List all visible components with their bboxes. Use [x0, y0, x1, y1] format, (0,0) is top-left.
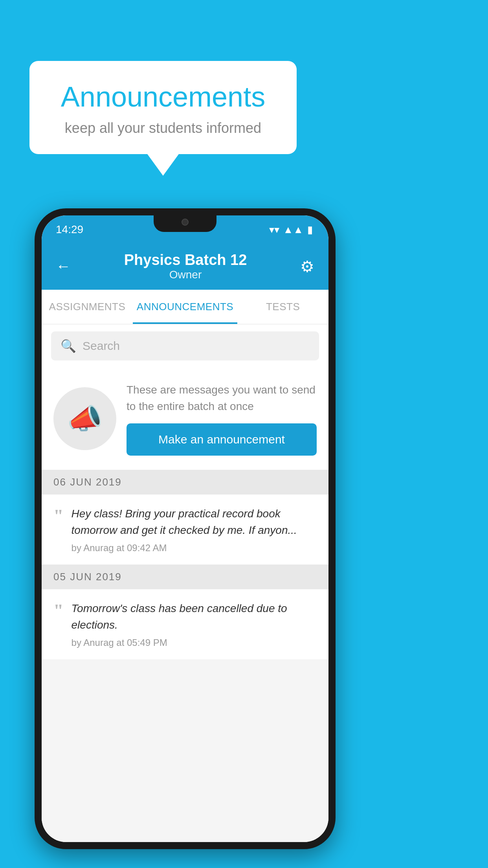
announcement-item-1[interactable]: " Hey class! Bring your practical record…	[42, 495, 328, 565]
search-container: 🔍 Search	[42, 324, 328, 368]
header-title: Physics Batch 12	[124, 252, 247, 268]
announcement-text-2: Tomorrow's class has been cancelled due …	[72, 600, 317, 633]
search-icon: 🔍	[61, 338, 76, 353]
phone-screen: 14:29 ▾▾ ▲▲ ▮ ← Physics Batch 12 Owner ⚙…	[42, 215, 328, 842]
phone-container: 14:29 ▾▾ ▲▲ ▮ ← Physics Batch 12 Owner ⚙…	[35, 208, 336, 849]
announcement-description: These are messages you want to send to t…	[127, 382, 317, 415]
speech-bubble-container: Announcements keep all your students inf…	[29, 61, 297, 176]
content-area: 🔍 Search 📣 These are messages you want t…	[42, 324, 328, 842]
speech-bubble-title: Announcements	[45, 81, 281, 113]
phone-frame: 14:29 ▾▾ ▲▲ ▮ ← Physics Batch 12 Owner ⚙…	[35, 208, 336, 849]
speech-bubble-arrow	[147, 154, 179, 176]
status-icons: ▾▾ ▲▲ ▮	[269, 224, 313, 236]
speech-bubble-subtitle: keep all your students informed	[45, 120, 281, 136]
announcement-content-1: Hey class! Bring your practical record b…	[72, 506, 317, 554]
search-placeholder: Search	[83, 339, 120, 353]
tabs-bar: ASSIGNMENTS ANNOUNCEMENTS TESTS	[42, 290, 328, 324]
announcement-prompt: 📣 These are messages you want to send to…	[42, 368, 328, 470]
camera-icon	[182, 219, 189, 226]
battery-icon: ▮	[307, 224, 313, 236]
megaphone-circle: 📣	[53, 387, 116, 450]
announcement-meta-2: by Anurag at 05:49 PM	[72, 637, 317, 648]
quote-icon-2: "	[53, 602, 64, 620]
tab-announcements[interactable]: ANNOUNCEMENTS	[133, 290, 237, 324]
announcement-meta-1: by Anurag at 09:42 AM	[72, 542, 317, 554]
gear-icon[interactable]: ⚙	[300, 257, 314, 276]
make-announcement-button[interactable]: Make an announcement	[127, 423, 317, 456]
megaphone-icon: 📣	[67, 402, 103, 436]
signal-icon: ▲▲	[283, 224, 303, 236]
announcement-item-2[interactable]: " Tomorrow's class has been cancelled du…	[42, 589, 328, 659]
wifi-icon: ▾▾	[269, 224, 279, 236]
header-subtitle: Owner	[124, 268, 247, 281]
quote-icon-1: "	[53, 507, 64, 525]
status-time: 14:29	[56, 223, 83, 236]
date-separator-1: 06 JUN 2019	[42, 470, 328, 495]
search-bar[interactable]: 🔍 Search	[51, 331, 319, 360]
announcement-content-2: Tomorrow's class has been cancelled due …	[72, 600, 317, 648]
phone-notch	[154, 215, 216, 232]
date-label-2: 05 JUN 2019	[53, 571, 122, 583]
tab-tests[interactable]: TESTS	[237, 290, 328, 324]
speech-bubble: Announcements keep all your students inf…	[29, 61, 297, 154]
announcement-text-1: Hey class! Bring your practical record b…	[72, 506, 317, 539]
app-header: ← Physics Batch 12 Owner ⚙	[42, 244, 328, 290]
header-center: Physics Batch 12 Owner	[124, 252, 247, 281]
back-button[interactable]: ←	[56, 258, 71, 275]
announcement-right: These are messages you want to send to t…	[127, 382, 317, 456]
tab-assignments[interactable]: ASSIGNMENTS	[42, 290, 133, 324]
date-label-1: 06 JUN 2019	[53, 476, 122, 488]
date-separator-2: 05 JUN 2019	[42, 565, 328, 589]
